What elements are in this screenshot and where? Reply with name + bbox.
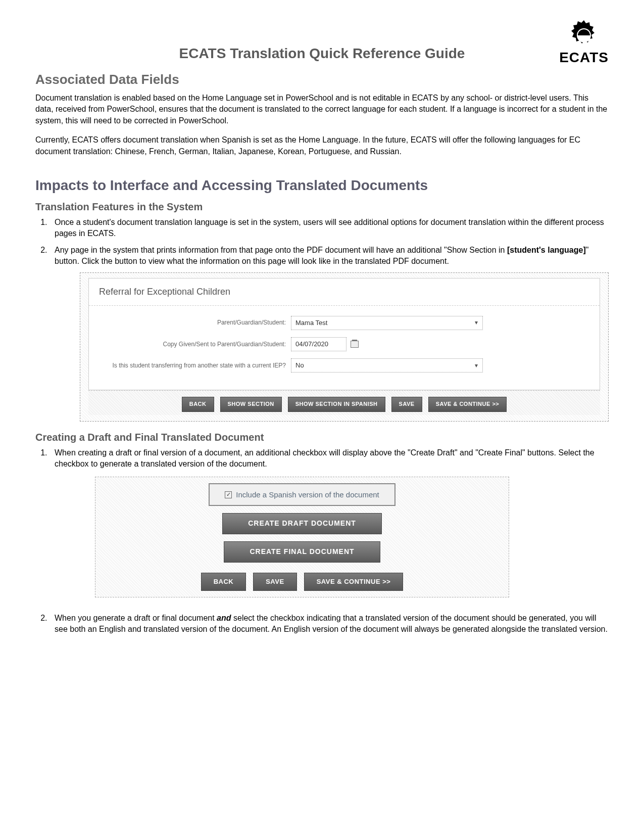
back-button[interactable]: BACK: [182, 397, 214, 411]
body-text: Document translation is enabled based on…: [35, 92, 609, 126]
field-label: Parent/Guardian/Student:: [104, 318, 291, 327]
include-spanish-checkbox-row: ✓ Include a Spanish version of the docum…: [209, 483, 395, 506]
field-label: Copy Given/Sent to Parent/Guardian/Stude…: [104, 340, 291, 349]
checkbox-label: Include a Spanish version of the documen…: [236, 489, 379, 500]
create-draft-button[interactable]: CREATE DRAFT DOCUMENT: [222, 513, 382, 534]
back-button[interactable]: BACK: [201, 573, 246, 591]
field-label: Is this student transferring from anothe…: [104, 361, 291, 370]
calendar-icon[interactable]: [351, 341, 359, 348]
screenshot-create-document: ✓ Include a Spanish version of the docum…: [95, 477, 509, 597]
list-item: When you generate a draft or final docum…: [49, 613, 609, 635]
logo-text: ECATS: [559, 50, 609, 66]
list-item: When creating a draft or final version o…: [49, 447, 609, 597]
save-button[interactable]: SAVE: [391, 397, 422, 411]
list-item: Any page in the system that prints infor…: [49, 245, 609, 422]
save-button[interactable]: SAVE: [253, 573, 296, 591]
checkbox-icon[interactable]: ✓: [225, 491, 232, 498]
save-continue-button[interactable]: SAVE & CONTINUE >>: [304, 573, 404, 591]
subsection-heading-translation-features: Translation Features in the System: [35, 201, 609, 213]
ecats-logo: ECATS: [559, 20, 609, 66]
page-title: ECATS Translation Quick Reference Guide: [35, 45, 609, 62]
gear-icon: [561, 20, 607, 51]
transfer-select[interactable]: No: [291, 358, 483, 373]
show-section-button[interactable]: SHOW SECTION: [220, 397, 282, 411]
chevron-down-icon[interactable]: ▾: [474, 318, 479, 327]
parent-guardian-select[interactable]: Mama Test: [291, 316, 483, 330]
body-text: Currently, ECATS offers document transla…: [35, 134, 609, 157]
create-final-button[interactable]: CREATE FINAL DOCUMENT: [224, 541, 380, 563]
chevron-down-icon[interactable]: ▾: [474, 361, 479, 370]
svg-rect-1: [578, 35, 590, 36]
show-section-spanish-button[interactable]: SHOW SECTION IN SPANISH: [288, 397, 385, 411]
save-continue-button[interactable]: SAVE & CONTINUE >>: [428, 397, 507, 411]
panel-title: Referral for Exceptional Children: [89, 279, 600, 306]
section-heading-impacts: Impacts to Interface and Accessing Trans…: [35, 177, 609, 194]
section-heading-associated-data: Associated Data Fields: [35, 72, 609, 87]
subsection-heading-creating-draft: Creating a Draft and Final Translated Do…: [35, 432, 609, 443]
date-input[interactable]: 04/07/2020: [291, 337, 346, 351]
screenshot-referral-form: Referral for Exceptional Children Parent…: [80, 272, 609, 422]
list-item: Once a student's document translation la…: [49, 217, 609, 240]
